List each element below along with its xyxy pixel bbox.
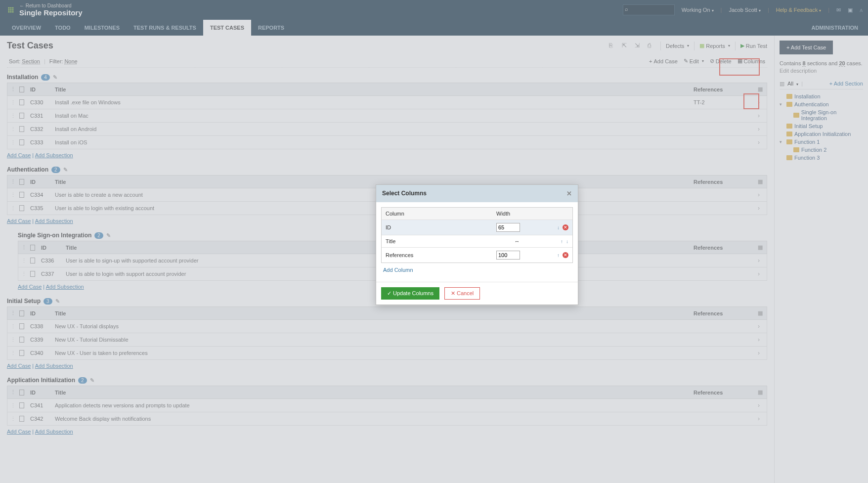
column-name: Title	[382, 235, 492, 247]
add-column-link[interactable]: Add Column	[381, 263, 415, 277]
remove-column-icon[interactable]: ✕	[563, 252, 568, 258]
select-columns-modal: Select Columns ✕ Column Width ID↓✕Title↔…	[376, 184, 578, 305]
modal-close-icon[interactable]: ✕	[566, 190, 572, 197]
cancel-button[interactable]: ✕ Cancel	[444, 287, 480, 300]
col-header-column: Column	[382, 208, 492, 220]
column-config-row: References↑✕	[382, 247, 572, 263]
move-down-icon[interactable]: ↓	[566, 239, 568, 244]
column-width-input[interactable]	[496, 223, 520, 232]
column-config-row: Title↔↑↓	[382, 235, 572, 247]
column-config-row: ID↓✕	[382, 220, 572, 235]
remove-column-icon[interactable]: ✕	[563, 224, 568, 230]
modal-title: Select Columns	[382, 190, 427, 197]
column-width-input[interactable]	[496, 251, 520, 260]
col-header-width: Width	[492, 208, 542, 220]
move-up-icon[interactable]: ↑	[557, 253, 560, 258]
column-name: References	[382, 249, 492, 261]
column-name: ID	[382, 221, 492, 233]
move-up-icon[interactable]: ↑	[561, 239, 563, 244]
move-down-icon[interactable]: ↓	[557, 225, 560, 230]
column-width-auto: ↔	[492, 235, 542, 247]
update-columns-button[interactable]: ✓ Update Columns	[381, 287, 439, 300]
